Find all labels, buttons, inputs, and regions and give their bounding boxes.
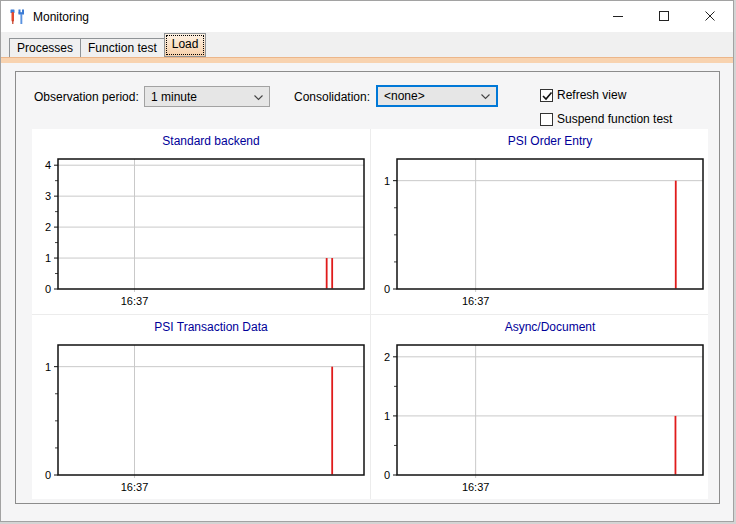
observation-period-label: Observation period: bbox=[34, 90, 139, 104]
svg-text:4: 4 bbox=[45, 159, 51, 171]
refresh-view-checkbox-row[interactable]: Refresh view bbox=[540, 88, 626, 102]
check-icon bbox=[541, 91, 554, 102]
svg-text:3: 3 bbox=[45, 190, 51, 202]
consolidation-select[interactable]: <none> bbox=[376, 85, 498, 107]
psi-order-entry-chart: 0116:37PSI Order Entry bbox=[371, 129, 709, 314]
async-document-chart: 01216:37Async/Document bbox=[371, 315, 709, 500]
svg-text:0: 0 bbox=[45, 469, 51, 481]
observation-period-select[interactable]: 1 minute bbox=[144, 86, 270, 107]
suspend-function-test-checkbox-row[interactable]: Suspend function test bbox=[540, 112, 672, 126]
svg-text:1: 1 bbox=[383, 409, 389, 421]
close-icon bbox=[705, 11, 715, 21]
tab-strip: ProcessesFunction testLoad bbox=[1, 32, 733, 57]
minimize-icon bbox=[613, 11, 623, 21]
standard-backend-chart: 0123416:37Standard backend bbox=[32, 129, 370, 314]
tab-function-test[interactable]: Function test bbox=[80, 38, 165, 59]
suspend-function-test-label: Suspend function test bbox=[557, 112, 672, 126]
svg-text:16:37: 16:37 bbox=[461, 481, 489, 493]
svg-text:PSI Transaction Data: PSI Transaction Data bbox=[154, 320, 268, 334]
minimize-button[interactable] bbox=[595, 1, 641, 31]
load-group-box: Observation period: 1 minute Consolidati… bbox=[15, 71, 720, 504]
svg-text:0: 0 bbox=[45, 283, 51, 295]
chevron-down-icon bbox=[481, 94, 490, 100]
title-bar: Monitoring bbox=[1, 1, 733, 32]
psi-transaction-data-chart: 0116:37PSI Transaction Data bbox=[32, 315, 370, 500]
consolidation-label: Consolidation: bbox=[294, 90, 370, 104]
svg-text:16:37: 16:37 bbox=[121, 295, 149, 307]
window-title: Monitoring bbox=[33, 10, 89, 24]
chart-cell-psi-transaction-data: 0116:37PSI Transaction Data bbox=[32, 315, 370, 500]
refresh-view-label: Refresh view bbox=[557, 88, 626, 102]
observation-period-value: 1 minute bbox=[151, 90, 197, 104]
maximize-button[interactable] bbox=[641, 1, 687, 31]
maximize-icon bbox=[659, 11, 669, 21]
suspend-function-test-checkbox[interactable] bbox=[540, 113, 553, 126]
tab-load[interactable]: Load bbox=[164, 33, 207, 57]
chart-cell-standard-backend: 0123416:37Standard backend bbox=[32, 129, 370, 314]
svg-text:Standard backend: Standard backend bbox=[162, 134, 259, 148]
svg-text:0: 0 bbox=[383, 283, 389, 295]
chevron-down-icon bbox=[254, 95, 263, 101]
svg-text:0: 0 bbox=[383, 469, 389, 481]
svg-text:1: 1 bbox=[45, 360, 51, 372]
svg-text:16:37: 16:37 bbox=[461, 295, 489, 307]
close-button[interactable] bbox=[687, 1, 733, 31]
consolidation-value: <none> bbox=[384, 89, 425, 103]
chart-cell-psi-order-entry: 0116:37PSI Order Entry bbox=[371, 129, 709, 314]
svg-text:2: 2 bbox=[383, 350, 389, 362]
svg-text:1: 1 bbox=[45, 252, 51, 264]
svg-text:1: 1 bbox=[383, 175, 389, 187]
svg-text:Async/Document: Async/Document bbox=[504, 320, 595, 334]
monitoring-window: Monitoring ProcessesFunction bbox=[0, 0, 734, 522]
tab-processes[interactable]: Processes bbox=[9, 38, 81, 59]
svg-text:2: 2 bbox=[45, 221, 51, 233]
app-tools-icon bbox=[9, 9, 25, 25]
tab-page-accent-band bbox=[1, 57, 733, 63]
chart-grid: 0123416:37Standard backend 0116:37PSI Or… bbox=[32, 129, 708, 499]
refresh-view-checkbox[interactable] bbox=[540, 89, 553, 102]
svg-text:PSI Order Entry: PSI Order Entry bbox=[507, 134, 592, 148]
chart-cell-async-document: 01216:37Async/Document bbox=[371, 315, 709, 500]
svg-text:16:37: 16:37 bbox=[121, 481, 149, 493]
